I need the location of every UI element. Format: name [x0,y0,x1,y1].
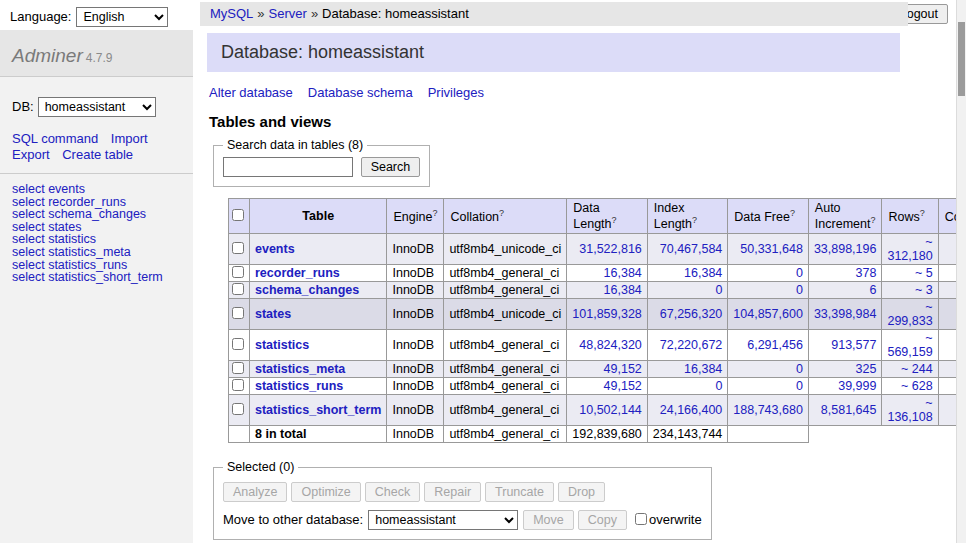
data-length-link[interactable]: 49,152 [604,362,642,376]
row-checkbox[interactable] [232,283,244,295]
index-length-link[interactable]: 24,166,400 [660,403,723,417]
auto-increment-link[interactable]: 39,999 [838,379,876,393]
sidebar-action-link[interactable]: Import [111,131,148,146]
table-name-link[interactable]: states [255,307,291,321]
rows-link[interactable]: ~ 569,159 [887,331,932,359]
index-length-link[interactable]: 0 [715,283,722,297]
search-button[interactable]: Search [361,157,421,177]
sidebar-table-link[interactable]: select events [12,183,181,196]
data-length-link[interactable]: 16,384 [604,283,642,297]
search-input[interactable] [223,157,353,177]
db-action-link[interactable]: Database schema [308,85,413,100]
auto-increment-link[interactable]: 913,577 [831,338,876,352]
sidebar-action-link[interactable]: Export [12,147,50,162]
column-help-link[interactable]: ? [790,208,795,218]
row-checkbox[interactable] [232,403,244,415]
db-action-link[interactable]: Privileges [428,85,484,100]
index-length-link[interactable]: 16,384 [684,362,722,376]
move-button[interactable]: Move [523,510,574,530]
auto-increment-link[interactable]: 33,898,196 [814,242,877,256]
data-length-cell: 16,384 [567,265,648,282]
bulk-action-button[interactable]: Check [365,482,420,502]
auto-increment-link[interactable]: 378 [856,266,877,280]
rows-link[interactable]: ~ 299,833 [887,300,932,328]
column-help-link[interactable]: ? [692,215,697,225]
bulk-action-button[interactable]: Optimize [291,482,360,502]
data-free-link[interactable]: 0 [796,379,803,393]
copy-button[interactable]: Copy [578,510,627,530]
sidebar-action-link[interactable]: Create table [62,147,133,162]
data-free-link[interactable]: 0 [796,362,803,376]
column-header: Rows? [882,199,938,234]
db-actions: Alter databaseDatabase schemaPrivileges [209,85,900,100]
sidebar-action-link[interactable]: SQL command [12,131,98,146]
total-check-cell [229,426,250,443]
rows-link[interactable]: ~ 5 [915,266,933,280]
data-length-link[interactable]: 101,859,328 [572,307,642,321]
row-checkbox[interactable] [232,266,244,278]
bulk-action-button[interactable]: Repair [424,482,481,502]
data-length-link[interactable]: 48,824,320 [579,338,642,352]
rows-link[interactable]: ~ 312,180 [887,235,932,263]
index-length-link[interactable]: 16,384 [684,266,722,280]
breadcrumb-mysql-link[interactable]: MySQL [210,6,253,21]
data-free-link[interactable]: 50,331,648 [740,242,803,256]
table-name-link[interactable]: events [255,242,295,256]
db-select[interactable]: homeassistant [38,97,156,117]
column-help-link[interactable]: ? [920,208,925,218]
column-help-link[interactable]: ? [612,215,617,225]
db-action-link[interactable]: Alter database [209,85,293,100]
data-free-cell: 0 [728,378,809,395]
bulk-action-button[interactable]: Truncate [485,482,554,502]
index-length-link[interactable]: 70,467,584 [660,242,723,256]
data-free-link[interactable]: 104,857,600 [733,307,803,321]
table-name-link[interactable]: statistics_short_term [255,403,381,417]
data-length-link[interactable]: 49,152 [604,379,642,393]
collation-cell: utf8mb4_general_ci [444,282,567,299]
auto-increment-link[interactable]: 8,581,645 [821,403,877,417]
data-free-link[interactable]: 188,743,680 [733,403,803,417]
select-all-checkbox[interactable] [232,209,244,221]
bulk-action-button[interactable]: Drop [558,482,605,502]
language-select[interactable]: English [76,7,168,27]
column-help-link[interactable]: ? [870,215,875,225]
row-checkbox[interactable] [232,379,244,391]
index-length-cell: 24,166,400 [647,395,728,426]
data-length-link[interactable]: 16,384 [604,266,642,280]
rows-link[interactable]: ~ 136,108 [887,396,932,424]
overwrite-checkbox[interactable] [635,513,647,525]
data-free-link[interactable]: 0 [796,266,803,280]
table-name-link[interactable]: statistics_meta [255,362,345,376]
index-length-link[interactable]: 67,256,320 [660,307,723,321]
data-free-link[interactable]: 6,291,456 [747,338,803,352]
column-help-link[interactable]: ? [432,208,437,218]
rows-link[interactable]: ~ 3 [915,283,933,297]
auto-increment-link[interactable]: 325 [856,362,877,376]
data-length-link[interactable]: 31,522,816 [579,242,642,256]
bulk-action-button[interactable]: Analyze [223,482,287,502]
sidebar-table-link[interactable]: select statistics_short_term [12,271,181,284]
table-name-link[interactable]: schema_changes [255,283,359,297]
data-free-link[interactable]: 0 [796,283,803,297]
vertical-scrollbar[interactable] [956,0,966,543]
move-db-select[interactable]: homeassistant [368,510,518,530]
index-length-link[interactable]: 0 [715,379,722,393]
auto-increment-link[interactable]: 33,398,984 [814,307,877,321]
row-checkbox[interactable] [232,362,244,374]
row-checkbox[interactable] [232,242,244,254]
rows-link[interactable]: ~ 628 [901,379,933,393]
breadcrumb-server-link[interactable]: Server [269,6,307,21]
row-checkbox[interactable] [232,338,244,350]
column-help-link[interactable]: ? [499,208,504,218]
sidebar-table-link[interactable]: select statistics_meta [12,246,181,259]
rows-link[interactable]: ~ 244 [901,362,933,376]
row-checkbox[interactable] [232,307,244,319]
scrollbar-thumb[interactable] [958,22,965,96]
data-length-link[interactable]: 10,502,144 [579,403,642,417]
table-name-link[interactable]: recorder_runs [255,266,340,280]
sidebar-table-link[interactable]: select schema_changes [12,208,181,221]
index-length-link[interactable]: 72,220,672 [660,338,723,352]
table-name-link[interactable]: statistics_runs [255,379,343,393]
auto-increment-link[interactable]: 6 [869,283,876,297]
table-name-link[interactable]: statistics [255,338,309,352]
